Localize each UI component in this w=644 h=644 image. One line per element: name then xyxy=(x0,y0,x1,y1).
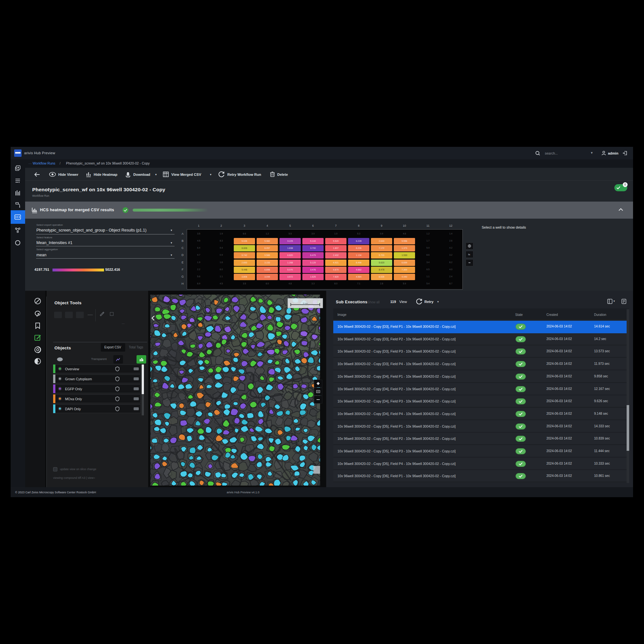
svg-text:2 mm: 2 mm xyxy=(303,302,308,304)
svg-text:fx: fx xyxy=(468,253,470,256)
